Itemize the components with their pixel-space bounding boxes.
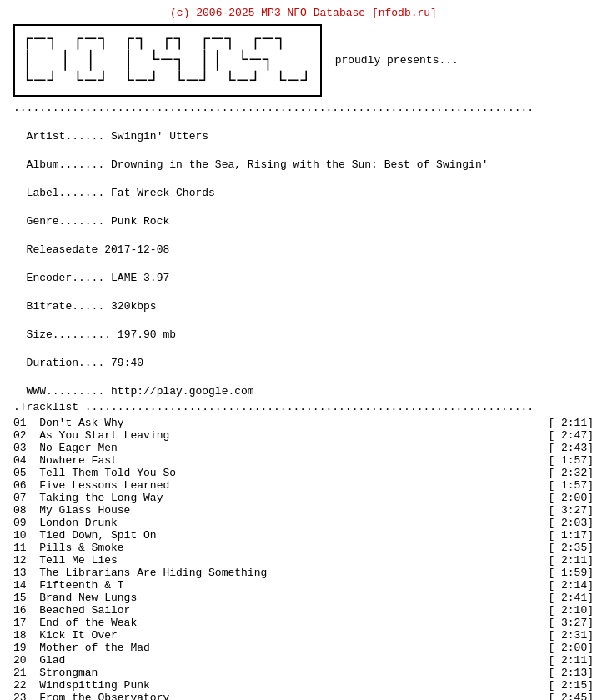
track-duration: [ 2:00] bbox=[544, 492, 594, 504]
label-line: Label....... Fat Wreck Chords bbox=[13, 174, 594, 199]
artist-label: Artist...... bbox=[27, 130, 105, 142]
track-left: 16 Beached Sailor bbox=[13, 604, 544, 617]
list-item: 23 From the Observatory[ 2:45] bbox=[13, 692, 594, 700]
list-item: 22 Windspitting Punk[ 2:15] bbox=[13, 679, 594, 692]
info-block: Artist...... Swingin' Utters bbox=[13, 118, 594, 142]
list-item: 02 As You Start Leaving[ 2:47] bbox=[13, 429, 594, 442]
track-left: 20 Glad bbox=[13, 654, 544, 667]
track-left: 18 Kick It Over bbox=[13, 629, 544, 642]
list-item: 14 Fifteenth & T[ 2:14] bbox=[13, 579, 594, 592]
releasedate-line: Releasedate 2017-12-08 bbox=[13, 231, 594, 256]
track-left: 07 Taking the Long Way bbox=[13, 492, 544, 504]
tracklist-header: .Tracklist .............................… bbox=[13, 401, 594, 413]
presents-text: proudly presents... bbox=[335, 54, 459, 67]
track-left: 15 Brand New Lungs bbox=[13, 592, 544, 604]
list-item: 07 Taking the Long Way[ 2:00] bbox=[13, 492, 594, 504]
label-label: Label....... bbox=[27, 187, 105, 199]
track-duration: [ 2:15] bbox=[544, 679, 594, 692]
track-left: 02 As You Start Leaving bbox=[13, 429, 544, 442]
track-duration: [ 2:31] bbox=[544, 629, 594, 642]
track-duration: [ 3:27] bbox=[544, 504, 594, 517]
track-duration: [ 2:43] bbox=[544, 442, 594, 454]
track-left: 22 Windspitting Punk bbox=[13, 679, 544, 692]
list-item: 03 No Eager Men[ 2:43] bbox=[13, 442, 594, 454]
track-duration: [ 2:11] bbox=[544, 554, 594, 567]
list-item: 05 Tell Them Told You So[ 2:32] bbox=[13, 467, 594, 479]
list-item: 21 Strongman[ 2:13] bbox=[13, 667, 594, 679]
www-label: WWW......... bbox=[27, 385, 105, 398]
logo-box: ┌─┐ ┌─┐ ┌┐ ┌┐ ┌─┐ ┌─┐ │ │ │ │ └─┐ ││ └─┐… bbox=[13, 24, 322, 97]
track-duration: [ 1:17] bbox=[544, 529, 594, 542]
list-item: 10 Tied Down, Spit On[ 1:17] bbox=[13, 529, 594, 542]
track-duration: [ 2:00] bbox=[544, 642, 594, 654]
bitrate-line: Bitrate..... 320kbps bbox=[13, 288, 594, 312]
track-duration: [ 3:27] bbox=[544, 617, 594, 629]
list-item: 15 Brand New Lungs[ 2:41] bbox=[13, 592, 594, 604]
encoder-value: LAME 3.97 bbox=[111, 272, 169, 284]
track-duration: [ 1:59] bbox=[544, 567, 594, 579]
list-item: 17 End of the Weak[ 3:27] bbox=[13, 617, 594, 629]
encoder-label: Encoder..... bbox=[27, 272, 105, 284]
list-item: 01 Don't Ask Why[ 2:11] bbox=[13, 417, 594, 429]
track-left: 17 End of the Weak bbox=[13, 617, 544, 629]
track-left: 06 Five Lessons Learned bbox=[13, 479, 544, 492]
size-value: 197.90 mb bbox=[118, 328, 176, 341]
track-duration: [ 2:47] bbox=[544, 429, 594, 442]
releasedate-label: Releasedate bbox=[27, 243, 98, 256]
track-duration: [ 2:14] bbox=[544, 579, 594, 592]
track-duration: [ 2:13] bbox=[544, 667, 594, 679]
album-label: Album....... bbox=[27, 158, 105, 171]
header-title: (c) 2006-2025 MP3 NFO Database [nfodb.ru… bbox=[13, 7, 594, 19]
track-left: 13 The Librarians Are Hiding Something bbox=[13, 567, 544, 579]
track-left: 09 London Drunk bbox=[13, 517, 544, 529]
track-duration: [ 2:41] bbox=[544, 592, 594, 604]
list-item: 11 Pills & Smoke[ 2:35] bbox=[13, 542, 594, 554]
releasedate-value: 2017-12-08 bbox=[104, 243, 169, 256]
album-value: Drowning in the Sea, Rising with the Sun… bbox=[111, 158, 488, 171]
track-duration: [ 2:45] bbox=[544, 692, 594, 700]
artist-value: Swingin' Utters bbox=[111, 130, 208, 142]
track-left: 01 Don't Ask Why bbox=[13, 417, 544, 429]
duration-label: Duration.... bbox=[27, 357, 105, 369]
genre-line: Genre....... Punk Rock bbox=[13, 202, 594, 228]
size-line: Size......... 197.90 mb bbox=[13, 316, 594, 341]
track-left: 11 Pills & Smoke bbox=[13, 542, 544, 554]
list-item: 19 Mother of the Mad[ 2:00] bbox=[13, 642, 594, 654]
track-left: 08 My Glass House bbox=[13, 504, 544, 517]
list-item: 09 London Drunk[ 2:03] bbox=[13, 517, 594, 529]
list-item: 13 The Librarians Are Hiding Something[ … bbox=[13, 567, 594, 579]
list-item: 04 Nowhere Fast[ 1:57] bbox=[13, 454, 594, 467]
bitrate-value: 320kbps bbox=[111, 300, 157, 312]
track-duration: [ 2:10] bbox=[544, 604, 594, 617]
track-left: 19 Mother of the Mad bbox=[13, 642, 544, 654]
track-left: 04 Nowhere Fast bbox=[13, 454, 544, 467]
track-left: 10 Tied Down, Spit On bbox=[13, 529, 544, 542]
list-item: 16 Beached Sailor[ 2:10] bbox=[13, 604, 594, 617]
www-line: WWW......... http://play.google.com bbox=[13, 372, 594, 398]
track-duration: [ 2:11] bbox=[544, 417, 594, 429]
duration-line: Duration.... 79:40 bbox=[13, 344, 594, 369]
label-value: Fat Wreck Chords bbox=[111, 187, 215, 199]
list-item: 08 My Glass House[ 3:27] bbox=[13, 504, 594, 517]
tracklist: 01 Don't Ask Why[ 2:11]02 As You Start L… bbox=[13, 417, 594, 700]
track-left: 12 Tell Me Lies bbox=[13, 554, 544, 567]
duration-value: 79:40 bbox=[111, 357, 143, 369]
size-label: Size......... bbox=[27, 328, 111, 341]
track-duration: [ 2:11] bbox=[544, 654, 594, 667]
track-duration: [ 2:35] bbox=[544, 542, 594, 554]
track-left: 23 From the Observatory bbox=[13, 692, 544, 700]
list-item: 20 Glad[ 2:11] bbox=[13, 654, 594, 667]
album-line: Album....... Drowning in the Sea, Rising… bbox=[13, 146, 594, 171]
bitrate-label: Bitrate..... bbox=[27, 300, 105, 312]
track-left: 03 No Eager Men bbox=[13, 442, 544, 454]
track-duration: [ 2:32] bbox=[544, 467, 594, 479]
list-item: 18 Kick It Over[ 2:31] bbox=[13, 629, 594, 642]
list-item: 12 Tell Me Lies[ 2:11] bbox=[13, 554, 594, 567]
track-duration: [ 1:57] bbox=[544, 454, 594, 467]
track-left: 14 Fifteenth & T bbox=[13, 579, 544, 592]
www-value: http://play.google.com bbox=[111, 385, 254, 398]
genre-label: Genre....... bbox=[27, 215, 105, 228]
track-left: 05 Tell Them Told You So bbox=[13, 467, 544, 479]
list-item: 06 Five Lessons Learned[ 1:57] bbox=[13, 479, 594, 492]
track-left: 21 Strongman bbox=[13, 667, 544, 679]
